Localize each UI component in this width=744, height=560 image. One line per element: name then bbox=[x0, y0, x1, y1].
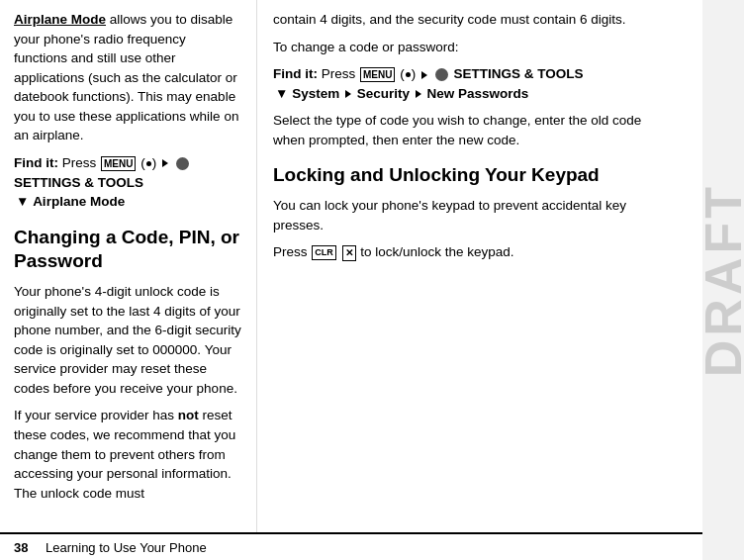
find-it-left: Find it: Press MENU () SETTINGS & TOOLS … bbox=[14, 153, 242, 212]
find-it-label-right: Find it: bbox=[273, 66, 318, 81]
page-number: 38 bbox=[14, 540, 42, 555]
menu-icon-left: MENU bbox=[101, 156, 136, 171]
dot-right: () bbox=[400, 66, 419, 81]
para3-not: not bbox=[178, 408, 199, 422]
arrow-down-right: ▼ bbox=[275, 86, 292, 101]
settings-text-right: SETTINGS & TOOLS bbox=[454, 66, 584, 81]
bottom-label: Learning to Use Your Phone bbox=[46, 540, 207, 555]
airplane-mode-text: allows you to disable your phone's radio… bbox=[14, 12, 238, 142]
right-para-lock: You can lock your phone's keypad to prev… bbox=[273, 196, 653, 234]
arrow-right-left bbox=[162, 159, 168, 167]
airplane-mode-term: Airplane Mode bbox=[14, 12, 106, 27]
center-dot-left bbox=[146, 161, 151, 166]
section-heading-right: Locking and Unlocking Your Keypad bbox=[273, 163, 653, 188]
center-dot-right bbox=[406, 72, 411, 77]
left-para3: If your service provider has not reset t… bbox=[14, 406, 242, 503]
security-path: Security bbox=[357, 86, 410, 101]
arrow-right-right bbox=[421, 71, 427, 79]
dot-left: () bbox=[140, 155, 160, 170]
settings-icon-right bbox=[435, 68, 448, 81]
right-para-press: Press CLR ✕ to lock/unlock the keypad. bbox=[273, 242, 653, 262]
right-column: contain 4 digits, and the security code … bbox=[257, 0, 702, 560]
clr-icon: CLR bbox=[312, 245, 336, 260]
right-para-select: Select the type of code you wish to chan… bbox=[273, 111, 653, 149]
settings-icon-left bbox=[176, 157, 189, 170]
left-column: Airplane Mode allows you to disable your… bbox=[0, 0, 257, 560]
lock-text: to lock/unlock the keypad. bbox=[357, 244, 514, 259]
page-container: Airplane Mode allows you to disable your… bbox=[0, 0, 744, 560]
section-heading-left: Changing a Code, PIN, or Password bbox=[14, 226, 242, 274]
system-path: System bbox=[292, 86, 339, 101]
menu-icon-right: MENU bbox=[360, 67, 395, 82]
bottom-bar: 38 Learning to Use Your Phone bbox=[0, 532, 702, 560]
right-para-change: To change a code or password: bbox=[273, 38, 653, 57]
new-passwords-path: New Passwords bbox=[427, 86, 529, 101]
arrow-right-system bbox=[345, 90, 351, 98]
x-icon: ✕ bbox=[342, 245, 356, 261]
find-it-press-right: Press bbox=[318, 66, 359, 81]
settings-text-left: SETTINGS & TOOLS bbox=[14, 175, 143, 190]
press-label: Press bbox=[273, 244, 311, 259]
para3-prefix: If your service provider has bbox=[14, 408, 178, 422]
airplane-mode-para1: Airplane Mode allows you to disable your… bbox=[14, 10, 242, 145]
draft-watermark: DRAFT bbox=[702, 0, 744, 560]
arrow-down-left: ▼ bbox=[16, 194, 33, 209]
left-para2: Your phone's 4-digit unlock code is orig… bbox=[14, 282, 242, 398]
find-it-right: Find it: Press MENU () SETTINGS & TOOLS … bbox=[273, 64, 653, 103]
arrow-right-security bbox=[416, 90, 421, 98]
airplane-mode-path: Airplane Mode bbox=[33, 194, 125, 209]
find-it-press-left: Press bbox=[58, 155, 100, 170]
find-it-label-left: Find it: bbox=[14, 155, 58, 170]
right-para-intro: contain 4 digits, and the security code … bbox=[273, 10, 653, 30]
